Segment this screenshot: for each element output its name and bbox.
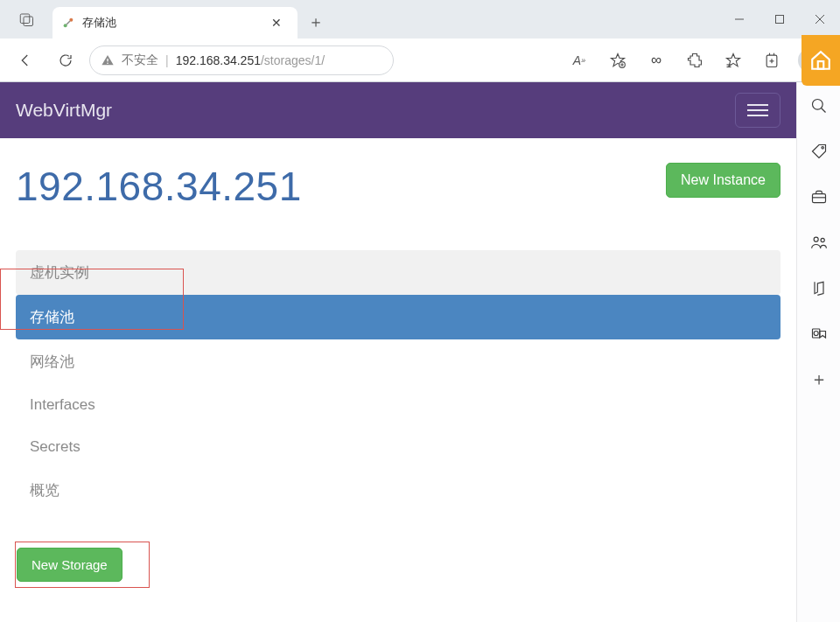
tab-close-icon[interactable]: ✕: [266, 12, 287, 33]
svg-rect-30: [818, 61, 824, 69]
host-ip-heading: 192.168.34.251: [16, 163, 302, 210]
svg-point-29: [814, 332, 818, 336]
nav-item-networks[interactable]: 网络池: [16, 339, 780, 384]
url-separator: |: [165, 53, 169, 67]
nav-item-storage[interactable]: 存储池: [16, 295, 780, 339]
svg-rect-24: [812, 194, 825, 203]
app-brand[interactable]: WebVirtMgr: [16, 100, 112, 121]
nav-refresh-button[interactable]: [49, 45, 82, 76]
annotation-highlight-button: New Storage: [16, 542, 149, 587]
svg-rect-8: [107, 59, 108, 61]
collections-icon[interactable]: [754, 45, 789, 76]
browser-address-bar: 不安全 | 192.168.34.251/storages/1/ A» ∞: [0, 38, 840, 82]
nav-back-button[interactable]: [9, 45, 42, 76]
sidebar-outlook-icon[interactable]: [809, 324, 829, 343]
tab-actions-icon[interactable]: [0, 0, 52, 38]
browser-sidebar: ＋: [796, 82, 840, 622]
copilot-icon[interactable]: ∞: [639, 45, 674, 76]
sidebar-add-icon[interactable]: ＋: [809, 369, 829, 388]
sidebar-office-icon[interactable]: [809, 278, 829, 297]
not-secure-icon: [101, 53, 115, 67]
svg-rect-0: [20, 14, 30, 24]
page-viewport[interactable]: WebVirtMgr 192.168.34.251 New Instance 虚…: [0, 82, 796, 622]
security-label: 不安全: [122, 52, 158, 68]
menu-toggle-button[interactable]: [735, 93, 780, 128]
new-instance-button[interactable]: New Instance: [666, 163, 780, 198]
svg-point-26: [814, 237, 818, 241]
svg-point-27: [821, 238, 824, 241]
tab-title: 存储池: [82, 15, 266, 31]
sidebar-search-icon[interactable]: [809, 96, 829, 115]
svg-rect-5: [776, 16, 784, 24]
new-storage-button[interactable]: New Storage: [17, 548, 122, 582]
svg-point-23: [821, 147, 823, 150]
corner-badge[interactable]: [802, 35, 840, 86]
window-close-button[interactable]: [800, 0, 840, 38]
page-content: 192.168.34.251 New Instance 虚机实例 存储池 网络池…: [0, 138, 796, 622]
window-controls: [719, 0, 840, 38]
svg-rect-1: [24, 17, 33, 26]
svg-line-22: [821, 108, 825, 113]
browser-titlebar: 存储池 ✕ ＋: [0, 0, 840, 38]
nav-item-instances[interactable]: 虚机实例: [16, 250, 780, 295]
window-minimize-button[interactable]: [719, 0, 760, 38]
address-field[interactable]: 不安全 | 192.168.34.251/storages/1/: [89, 45, 394, 75]
window-maximize-button[interactable]: [760, 0, 800, 38]
extensions-icon[interactable]: [677, 45, 712, 76]
add-favorite-icon[interactable]: [600, 45, 635, 76]
browser-tab[interactable]: 存储池 ✕: [52, 7, 298, 38]
nav-list: 虚机实例 存储池 网络池 Interfaces Secrets 概览: [16, 250, 780, 513]
new-tab-button[interactable]: ＋: [301, 7, 331, 37]
favorites-list-icon[interactable]: [716, 45, 751, 76]
app-navbar: WebVirtMgr: [0, 82, 796, 138]
url-text: 192.168.34.251/storages/1/: [176, 53, 325, 67]
nav-item-overview[interactable]: 概览: [16, 468, 780, 513]
sidebar-toolbox-icon[interactable]: [809, 187, 829, 206]
read-aloud-icon[interactable]: A»: [562, 45, 597, 76]
svg-point-21: [812, 100, 822, 110]
svg-rect-9: [107, 62, 108, 63]
page-favicon: [61, 16, 75, 30]
nav-item-secrets[interactable]: Secrets: [16, 426, 780, 468]
sidebar-tag-icon[interactable]: [809, 142, 829, 161]
nav-item-interfaces[interactable]: Interfaces: [16, 384, 780, 426]
sidebar-people-icon[interactable]: [809, 233, 829, 252]
